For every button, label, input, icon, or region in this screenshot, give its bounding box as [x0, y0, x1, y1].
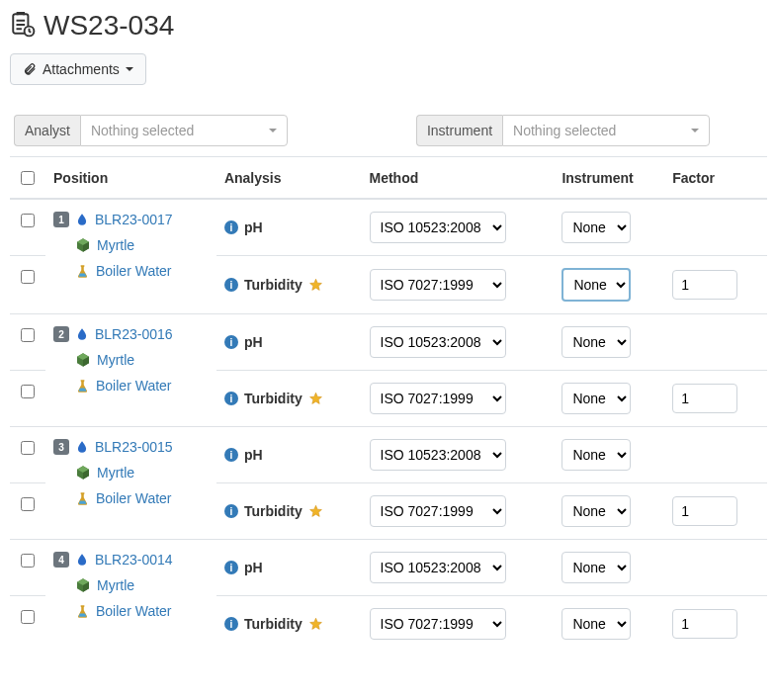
- analysis-cell: ipH: [216, 427, 362, 483]
- analyst-filter-select[interactable]: Nothing selected: [80, 115, 288, 146]
- client-link[interactable]: Myrtle: [97, 577, 134, 593]
- instrument-select[interactable]: None: [561, 495, 631, 527]
- method-select[interactable]: ISO 7027:1999: [370, 495, 506, 527]
- method-select[interactable]: ISO 10523:2008: [370, 439, 506, 471]
- method-select[interactable]: ISO 10523:2008: [370, 552, 506, 583]
- cube-icon: [75, 577, 91, 593]
- star-icon: [308, 617, 323, 632]
- analysis-name: Turbidity: [244, 616, 302, 632]
- instrument-select[interactable]: None: [561, 383, 631, 414]
- row-checkbox[interactable]: [21, 270, 35, 284]
- analysis-cell: ipH: [216, 314, 362, 371]
- analysis-name: pH: [244, 447, 263, 463]
- sample-id-link[interactable]: BLR23-0017: [95, 212, 173, 227]
- sample-id-link[interactable]: BLR23-0016: [95, 326, 173, 342]
- cube-icon: [75, 237, 91, 253]
- sample-type-link[interactable]: Boiler Water: [96, 603, 172, 619]
- instrument-select[interactable]: None: [561, 268, 631, 302]
- position-cell: 2BLR23-0016MyrtleBoiler Water: [45, 314, 216, 427]
- method-select[interactable]: ISO 7027:1999: [370, 608, 506, 640]
- table-row: 3BLR23-0015MyrtleBoiler WateripHISO 1052…: [10, 427, 767, 483]
- instrument-select[interactable]: None: [561, 552, 631, 583]
- table-row: 2BLR23-0016MyrtleBoiler WateripHISO 1052…: [10, 314, 767, 371]
- instrument-cell: None: [554, 314, 664, 371]
- caret-down-icon: [269, 129, 277, 132]
- attachments-button[interactable]: Attachments: [10, 53, 146, 85]
- factor-input[interactable]: [672, 609, 737, 639]
- factor-cell: [664, 596, 767, 653]
- drop-icon: [75, 213, 89, 226]
- analyst-filter-label: Analyst: [14, 115, 80, 146]
- client-link[interactable]: Myrtle: [97, 237, 134, 253]
- row-checkbox[interactable]: [21, 497, 35, 511]
- info-icon[interactable]: i: [224, 561, 238, 574]
- method-select[interactable]: ISO 10523:2008: [370, 326, 506, 358]
- info-icon[interactable]: i: [224, 504, 238, 518]
- info-icon[interactable]: i: [224, 448, 238, 462]
- table-row: 1BLR23-0017MyrtleBoiler WateripHISO 1052…: [10, 199, 767, 256]
- instrument-select[interactable]: None: [561, 439, 631, 471]
- instrument-cell: None: [554, 199, 664, 256]
- info-icon[interactable]: i: [224, 278, 238, 292]
- sample-type-link[interactable]: Boiler Water: [96, 263, 172, 279]
- row-checkbox[interactable]: [21, 554, 35, 568]
- instrument-filter-value: Nothing selected: [513, 123, 616, 138]
- page-title: WS23-034: [43, 10, 174, 42]
- instrument-filter: Instrument Nothing selected: [416, 115, 710, 146]
- instrument-select[interactable]: None: [561, 608, 631, 640]
- factor-input[interactable]: [672, 496, 737, 526]
- instrument-cell: None: [554, 540, 664, 596]
- select-all-checkbox[interactable]: [21, 171, 35, 185]
- table-header-row: Position Analysis Method Instrument Fact…: [10, 157, 767, 200]
- factor-input[interactable]: [672, 384, 737, 413]
- sample-type-link[interactable]: Boiler Water: [96, 490, 172, 506]
- header-checkbox-cell: [10, 157, 45, 200]
- cube-icon: [75, 352, 91, 368]
- method-select[interactable]: ISO 7027:1999: [370, 269, 506, 301]
- star-icon: [308, 392, 323, 406]
- sample-id-link[interactable]: BLR23-0014: [95, 552, 173, 568]
- header-method: Method: [362, 157, 555, 200]
- info-icon[interactable]: i: [224, 335, 238, 349]
- instrument-cell: None: [554, 371, 664, 427]
- info-icon[interactable]: i: [224, 392, 238, 405]
- instrument-select[interactable]: None: [561, 212, 631, 243]
- client-link[interactable]: Myrtle: [97, 352, 134, 368]
- analysis-name: pH: [244, 560, 263, 575]
- position-badge: 4: [53, 552, 69, 568]
- sample-id-link[interactable]: BLR23-0015: [95, 439, 173, 455]
- factor-input[interactable]: [672, 270, 737, 300]
- flask-icon: [75, 264, 90, 279]
- analysis-cell: ipH: [216, 540, 362, 596]
- method-cell: ISO 10523:2008: [362, 540, 555, 596]
- position-cell: 3BLR23-0015MyrtleBoiler Water: [45, 427, 216, 540]
- sample-type-link[interactable]: Boiler Water: [96, 378, 172, 394]
- analysis-cell: iTurbidity: [216, 483, 362, 540]
- drop-icon: [75, 440, 89, 454]
- method-select[interactable]: ISO 10523:2008: [370, 212, 506, 243]
- row-checkbox[interactable]: [21, 441, 35, 455]
- instrument-select[interactable]: None: [561, 326, 631, 358]
- row-checkbox[interactable]: [21, 328, 35, 342]
- caret-down-icon: [126, 67, 133, 71]
- position-cell: 1BLR23-0017MyrtleBoiler Water: [45, 199, 216, 314]
- row-checkbox[interactable]: [21, 610, 35, 624]
- row-checkbox[interactable]: [21, 214, 35, 227]
- analysis-name: pH: [244, 334, 263, 350]
- row-checkbox[interactable]: [21, 385, 35, 398]
- position-badge: 2: [53, 326, 69, 342]
- instrument-filter-select[interactable]: Nothing selected: [502, 115, 710, 146]
- star-icon: [308, 278, 323, 293]
- info-icon[interactable]: i: [224, 617, 238, 631]
- factor-cell: [664, 371, 767, 427]
- analysis-cell: ipH: [216, 199, 362, 256]
- client-link[interactable]: Myrtle: [97, 465, 134, 481]
- header-position: Position: [45, 157, 216, 200]
- paperclip-icon: [23, 62, 37, 76]
- header-instrument: Instrument: [554, 157, 664, 200]
- drop-icon: [75, 327, 89, 341]
- method-select[interactable]: ISO 7027:1999: [370, 383, 506, 414]
- flask-icon: [75, 379, 90, 394]
- info-icon[interactable]: i: [224, 220, 238, 234]
- factor-cell: [664, 256, 767, 314]
